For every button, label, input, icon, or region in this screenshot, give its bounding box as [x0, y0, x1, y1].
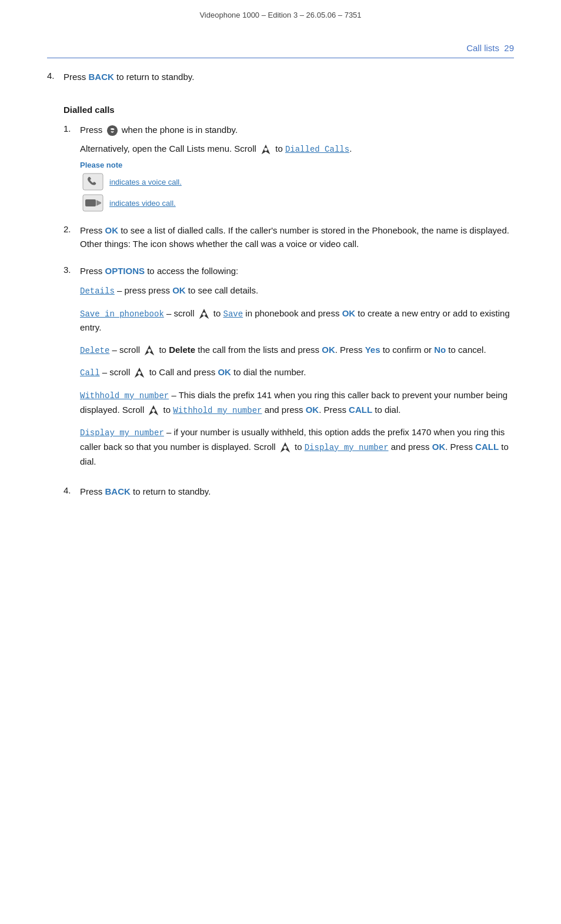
save-ok: OK [342, 308, 356, 318]
withhold-text3: and press [262, 405, 305, 415]
svg-point-8 [138, 372, 141, 375]
details-link[interactable]: Details [80, 286, 115, 296]
step2-ok: OK [105, 225, 119, 235]
delete-to: to [159, 345, 169, 355]
details-text2: to see call details. [186, 285, 258, 295]
scroll-icon-save [198, 308, 210, 320]
display-call: CALL [475, 442, 499, 452]
details-text1b: press [148, 285, 172, 295]
video-call-note-text: indicates video call. [109, 199, 176, 208]
delete-yes: Yes [365, 345, 380, 355]
svg-point-7 [148, 349, 151, 352]
withhold-ok: OK [306, 405, 319, 415]
sub-item-save: Save in phonebook – scroll to Save in ph… [80, 306, 514, 335]
sub-item-withhold: Withhold my number – This dials the pref… [80, 388, 514, 417]
dialled-calls-section: Dialled calls 1. Press when the phone is… [64, 105, 514, 503]
main-content: 4. Press BACK to return to standby. Dial… [0, 58, 561, 535]
withhold-text5: to dial. [372, 405, 400, 415]
save-link2[interactable]: Save [223, 309, 243, 319]
voice-call-icon [82, 173, 103, 191]
scroll-icon-display [279, 442, 291, 453]
save-text3: in phonebook and press [243, 308, 342, 318]
call-link[interactable]: Call [80, 368, 100, 378]
svg-point-0 [106, 125, 117, 136]
sub-item-delete: Delete – scroll to Delete the call from … [80, 343, 514, 358]
delete-bold: Delete [169, 345, 195, 355]
step-4-top-content: Press BACK to return to standby. [64, 70, 514, 88]
details-text1: – press [115, 285, 149, 295]
step-4-top: 4. Press BACK to return to standby. [47, 70, 514, 88]
withhold-text4: . Press [319, 405, 349, 415]
svg-point-6 [202, 312, 205, 315]
display-link[interactable]: Display my number [80, 428, 164, 438]
svg-rect-4 [85, 199, 96, 206]
sub-item-display: Display my number – if your number is us… [80, 425, 514, 468]
step1-after-icon: when the phone is in standby. [122, 125, 238, 135]
display-link2[interactable]: Display my number [305, 443, 389, 452]
withhold-to: to [163, 405, 173, 415]
withhold-link2[interactable]: Withhold my number [173, 406, 262, 415]
step-1: 1. Press when the phone is in standby. [64, 123, 514, 215]
save-text1: – scroll [164, 308, 195, 318]
scroll-icon-call [133, 367, 145, 379]
call-ok: OK [218, 367, 231, 377]
delete-text5: to confirm or [380, 345, 435, 355]
svg-point-9 [152, 409, 155, 412]
step-2-content: Press OK to see a list of dialled calls.… [80, 224, 514, 256]
page-header-bar: Call lists 29 [0, 25, 561, 58]
display-text4: . Press [445, 442, 475, 452]
delete-link[interactable]: Delete [80, 346, 109, 355]
step4b-back: BACK [105, 486, 131, 496]
save-to: to [213, 308, 223, 318]
scroll-icon-withhold [148, 405, 159, 416]
step1-to: to [275, 144, 285, 154]
step-3-content: Press OPTIONS to access the following: D… [80, 264, 514, 476]
page: Videophone 1000 – Edition 3 – 26.05.06 –… [0, 0, 561, 924]
delete-ok: OK [322, 345, 335, 355]
section-heading-dialled: Dialled calls [64, 105, 514, 115]
step-4-bottom-content: Press BACK to return to standby. [80, 485, 514, 503]
step3-options: OPTIONS [105, 266, 145, 276]
step-1-content: Press when the phone is in standby. Alte… [80, 123, 514, 215]
step4-text1: Press [64, 72, 89, 82]
step-number-2: 2. [64, 224, 80, 234]
step-number-1: 1. [64, 123, 80, 134]
step-number-4-bottom: 4. [64, 485, 80, 495]
step1-dialled-calls-link[interactable]: Dialled Calls [285, 145, 349, 154]
call-text1: – scroll [100, 367, 131, 377]
step4-back-bold: BACK [89, 72, 114, 82]
step3-text1: Press [80, 266, 105, 276]
details-ok: OK [172, 285, 186, 295]
video-call-icon [82, 194, 103, 212]
sub-item-details: Details – press press OK to see call det… [80, 283, 514, 298]
delete-text6: to cancel. [446, 345, 486, 355]
please-note-block: Please note indicates a voice call. [80, 161, 514, 212]
svg-rect-2 [83, 174, 103, 190]
section-page-label: Call lists 29 [466, 43, 514, 53]
call-text3: to dial the number. [231, 367, 306, 377]
step1-alt-text: Alternatively, open the Call Lists menu.… [80, 144, 256, 154]
display-ok: OK [432, 442, 446, 452]
display-to: to [295, 442, 305, 452]
svg-point-10 [283, 446, 286, 449]
delete-text1: – scroll [109, 345, 140, 355]
voice-call-note: indicates a voice call. [82, 173, 514, 191]
document-header: Videophone 1000 – Edition 3 – 26.05.06 –… [0, 0, 561, 25]
scroll-icon-delete [143, 345, 155, 356]
withhold-link[interactable]: Withhold my number [80, 391, 169, 401]
step1-press: Press [80, 125, 105, 135]
header-title: Videophone 1000 – Edition 3 – 26.05.06 –… [199, 11, 361, 19]
call-text2: to Call and press [149, 367, 218, 377]
step2-text1: Press [80, 225, 105, 235]
save-link[interactable]: Save in phonebook [80, 309, 164, 319]
step4b-text2: to return to standby. [131, 486, 211, 496]
please-note-label: Please note [80, 161, 514, 169]
withhold-call: CALL [349, 405, 372, 415]
delete-text3: the call from the lists and press [195, 345, 322, 355]
page-number: 29 [504, 43, 514, 53]
scroll-icon-1 [260, 144, 272, 155]
section-name: Call lists [466, 43, 499, 53]
step-4-bottom: 4. Press BACK to return to standby. [64, 485, 514, 503]
step-3: 3. Press OPTIONS to access the following… [64, 264, 514, 476]
step3-text2: to access the following: [145, 266, 238, 276]
